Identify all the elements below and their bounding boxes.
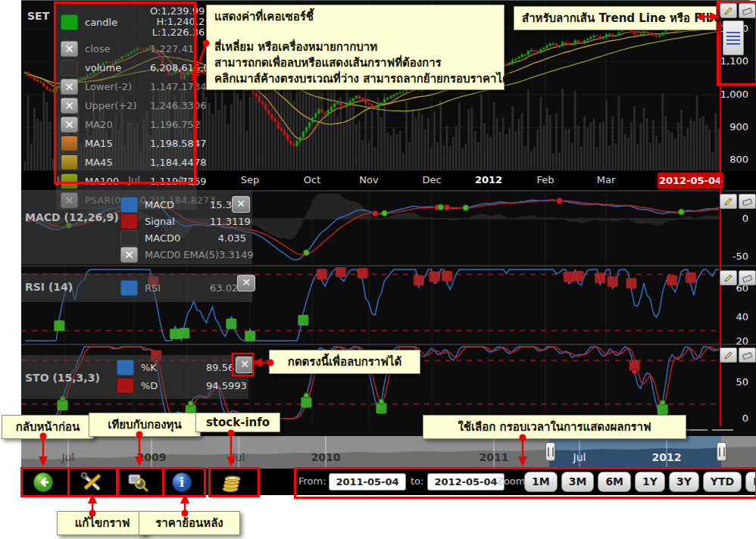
legend-label: MACD xyxy=(145,199,210,210)
back-arrow-button[interactable] xyxy=(22,470,64,494)
mini-scrollbar[interactable] xyxy=(686,429,708,431)
mini-scrollbar[interactable] xyxy=(712,429,733,431)
buy-marker xyxy=(179,328,189,338)
color-swatch-icon[interactable] xyxy=(117,360,134,375)
candle xyxy=(389,96,392,98)
candle xyxy=(580,42,583,43)
toggle-x-icon[interactable]: ✕ xyxy=(61,41,78,57)
legend-value: 1,246.3306 xyxy=(150,100,206,111)
sto-close-button[interactable]: ✕ xyxy=(236,357,254,373)
search-photo-button[interactable] xyxy=(117,470,159,494)
color-swatch-icon[interactable] xyxy=(120,230,138,246)
color-swatch-icon[interactable] xyxy=(117,378,134,394)
legend-row-macd[interactable]: MACD15.3468 xyxy=(116,196,249,213)
legend-row-macd0-ema-5-[interactable]: ✕MACD0 EMA(5)3.3149 xyxy=(116,246,249,263)
legend-row-lower-2-[interactable]: ✕Lower(-2)1,147.1734 xyxy=(56,77,197,96)
legend-row-%k[interactable]: %K89.5618 xyxy=(112,358,245,376)
legend-row-upper-2-[interactable]: ✕Upper(+2)1,246.3306 xyxy=(56,96,197,115)
candle xyxy=(289,141,292,145)
legend-value: 1,227.41 xyxy=(150,43,194,55)
toggle-x-icon[interactable]: ✕ xyxy=(61,117,78,132)
toggle-x-icon[interactable]: ✕ xyxy=(61,98,78,114)
legend-label: MA15 xyxy=(85,138,150,149)
zoom-3m-button[interactable]: 3M xyxy=(561,472,595,492)
color-swatch-icon[interactable] xyxy=(61,60,78,76)
legend-value: 1,198.5847 xyxy=(150,138,206,149)
sell-marker xyxy=(667,275,677,285)
coins-button[interactable] xyxy=(211,470,253,494)
rsi-legend: RSI (14) RSI63.0259 xyxy=(21,273,252,302)
eraser-icon[interactable] xyxy=(739,347,756,363)
candle xyxy=(327,111,330,114)
candle xyxy=(352,98,355,101)
zoom-1m-button[interactable]: 1M xyxy=(524,472,558,492)
legend-row-rsi[interactable]: RSI63.0259 xyxy=(116,279,249,297)
zoom-ytd-button[interactable]: YTD xyxy=(703,472,742,492)
candle xyxy=(642,30,645,33)
legend-row-ma20[interactable]: ✕MA201,196.752 xyxy=(56,115,197,134)
candle xyxy=(355,96,358,98)
color-swatch-icon[interactable] xyxy=(61,14,78,30)
legend-row-macd0[interactable]: MACD04.035 xyxy=(116,229,249,246)
zoom-1y-button[interactable]: 1Y xyxy=(635,472,665,492)
candle xyxy=(574,40,576,44)
candle xyxy=(317,109,320,113)
eraser-icon[interactable] xyxy=(739,3,756,18)
color-swatch-icon[interactable] xyxy=(120,280,138,296)
legend-row-ma45[interactable]: MA451,184.4478 xyxy=(56,153,197,172)
buy-signal-dot xyxy=(463,204,469,210)
zoom-max-button[interactable]: MAX xyxy=(745,472,756,492)
candle xyxy=(542,48,545,49)
tools-button[interactable] xyxy=(70,470,113,494)
main-chart-legend: candleO:1,239.99H:1,240.2L:1,226.36✕clos… xyxy=(56,5,197,210)
callout-time-range: ใช้เลือก กรอบเวลาในการแสดงผลกราฟ xyxy=(423,415,686,439)
color-swatch-icon[interactable] xyxy=(61,154,78,170)
candle xyxy=(570,44,573,45)
legend-value: 1,119.7269 xyxy=(150,176,206,187)
sell-marker xyxy=(358,268,368,279)
legend-row-signal[interactable]: Signal11.3119 xyxy=(116,213,249,229)
timeline-range-selector[interactable]: Jul2009Jul20102011Jul2012 xyxy=(21,436,756,469)
candle xyxy=(298,137,301,142)
from-date-input[interactable] xyxy=(329,473,406,491)
eraser-icon[interactable] xyxy=(739,270,756,285)
candle xyxy=(505,64,508,64)
candle xyxy=(36,79,39,81)
pencil-icon[interactable] xyxy=(720,270,737,285)
pencil-icon[interactable] xyxy=(720,3,737,18)
macd-close-button[interactable]: ✕ xyxy=(232,196,250,213)
legend-row-ma100[interactable]: MA1001,119.7269 xyxy=(56,172,197,191)
sell-marker xyxy=(442,271,452,282)
zoom-6m-button[interactable]: 6M xyxy=(598,472,631,492)
legend-value: 3.3149 xyxy=(219,249,254,260)
candle xyxy=(45,86,48,89)
legend-row-ma15[interactable]: MA151,198.5847 xyxy=(56,134,197,153)
zoom-3y-button[interactable]: 3Y xyxy=(669,472,699,492)
fibo-lines-icon[interactable] xyxy=(723,20,744,55)
callout-cursor-info-title: แสดงค่าที่เคอเซอร์ชี้ xyxy=(214,8,496,26)
timeline-label: 2011 xyxy=(480,451,509,463)
candle xyxy=(395,93,398,95)
range-handle-left[interactable] xyxy=(545,442,555,461)
range-handle-right[interactable] xyxy=(717,442,726,461)
color-swatch-icon[interactable] xyxy=(61,173,78,189)
eraser-icon[interactable] xyxy=(739,194,756,209)
color-swatch-icon[interactable] xyxy=(120,213,138,229)
candle xyxy=(305,127,308,132)
toggle-x-icon[interactable]: ✕ xyxy=(61,79,78,95)
toggle-x-icon[interactable]: ✕ xyxy=(120,247,138,263)
sell-marker xyxy=(595,273,605,283)
to-date-input[interactable] xyxy=(427,473,505,491)
legend-row-volume[interactable]: volume6,208,615,000 xyxy=(56,58,197,77)
rsi-close-button[interactable]: ✕ xyxy=(237,275,255,291)
legend-row-candle[interactable]: candleO:1,239.99H:1,240.2L:1,226.36 xyxy=(56,5,197,39)
legend-row-close[interactable]: ✕close1,227.41 xyxy=(56,39,197,58)
candle xyxy=(286,135,289,141)
legend-row-%d[interactable]: %D94.5993 xyxy=(112,376,245,394)
macd-draw-tools xyxy=(720,194,756,209)
color-swatch-icon[interactable] xyxy=(120,197,138,213)
color-swatch-icon[interactable] xyxy=(61,136,78,151)
pencil-icon[interactable] xyxy=(720,347,737,363)
info-button[interactable]: i xyxy=(161,470,203,494)
pencil-icon[interactable] xyxy=(720,194,737,209)
